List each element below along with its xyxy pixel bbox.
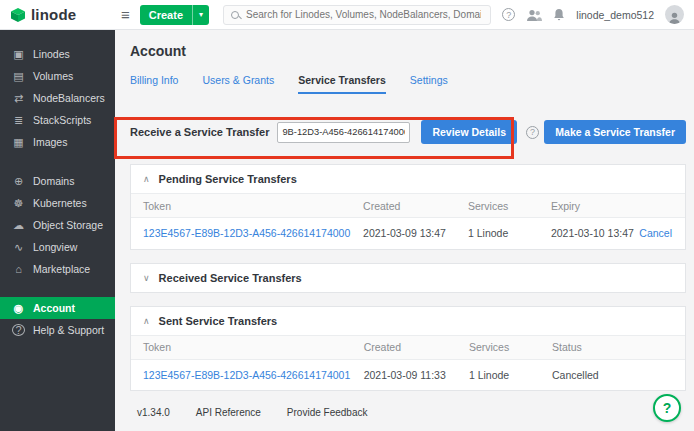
sent-transfers-card: ∧ Sent Service Transfers Token Created S… xyxy=(130,306,686,392)
tab-service-transfers[interactable]: Service Transfers xyxy=(298,74,386,94)
domains-icon: ⊕ xyxy=(12,176,25,187)
chat-help-button[interactable]: ? xyxy=(653,394,681,422)
object-storage-icon: ☁ xyxy=(12,220,25,231)
receive-transfer-bar: Receive a Service Transfer Review Detail… xyxy=(130,119,686,145)
create-button-label: Create xyxy=(140,5,192,25)
nodebalancers-icon: ⇄ xyxy=(12,93,25,104)
tab-billing-info[interactable]: Billing Info xyxy=(130,74,178,94)
chevron-down-icon[interactable]: ∨ xyxy=(143,273,150,283)
table-header-row: Token Created Services Status xyxy=(131,335,685,359)
sidebar-item-linodes[interactable]: ▣ Linodes xyxy=(0,43,115,65)
column-header-services: Services xyxy=(469,335,552,359)
sidebar-item-label: NodeBalancers xyxy=(33,92,105,104)
help-support-icon: ? xyxy=(12,324,25,336)
sent-transfers-table: Token Created Services Status 123E4567-E… xyxy=(131,335,685,391)
sidebar-item-label: StackScripts xyxy=(33,114,91,126)
section-title: Sent Service Transfers xyxy=(159,315,278,327)
sidebar-item-label: Images xyxy=(33,136,67,148)
linode-logo[interactable]: linode xyxy=(0,6,115,23)
sidebar: ▣ Linodes ▤ Volumes ⇄ NodeBalancers ≣ St… xyxy=(0,30,115,431)
sidebar-item-longview[interactable]: ∿ Longview xyxy=(0,236,115,258)
sidebar-item-label: Linodes xyxy=(33,48,70,60)
pending-transfers-header[interactable]: ∧ Pending Service Transfers xyxy=(131,165,685,193)
chevron-up-icon[interactable]: ∧ xyxy=(143,174,150,184)
section-title: Received Service Transfers xyxy=(159,272,302,284)
stackscripts-icon: ≣ xyxy=(12,115,25,126)
page-title: Account xyxy=(130,43,694,59)
logo-text: linode xyxy=(31,6,76,23)
sidebar-item-stackscripts[interactable]: ≣ StackScripts xyxy=(0,109,115,131)
version-label: v1.34.0 xyxy=(137,407,170,418)
sidebar-item-kubernetes[interactable]: ☸ Kubernetes xyxy=(0,192,115,214)
sidebar-group-divider xyxy=(0,280,115,297)
global-search[interactable] xyxy=(223,5,491,25)
token-link[interactable]: 123E4567-E89B-12D3-A456-426614174000 xyxy=(143,227,350,239)
sidebar-item-nodebalancers[interactable]: ⇄ NodeBalancers xyxy=(0,87,115,109)
tab-users-grants[interactable]: Users & Grants xyxy=(202,74,274,94)
review-details-button[interactable]: Review Details xyxy=(421,120,517,144)
sidebar-item-help-support[interactable]: ? Help & Support xyxy=(0,319,115,341)
linode-cloud-manager: linode ≡ Create ▾ ? linode_demo512 xyxy=(0,0,694,431)
sidebar-item-label: Volumes xyxy=(33,70,73,82)
created-cell: 2021-03-09 13:47 xyxy=(363,218,468,249)
marketplace-icon: ⌂ xyxy=(12,264,25,275)
sidebar-item-label: Object Storage xyxy=(33,219,103,231)
receive-transfer-label: Receive a Service Transfer xyxy=(130,126,269,138)
column-header-status: Status xyxy=(552,335,685,359)
section-title: Pending Service Transfers xyxy=(159,173,297,185)
username[interactable]: linode_demo512 xyxy=(576,9,654,21)
main-content: Account Billing Info Users & Grants Serv… xyxy=(115,30,694,431)
notifications-bell-icon[interactable] xyxy=(553,8,565,21)
column-header-created: Created xyxy=(364,335,469,359)
chevron-up-icon[interactable]: ∧ xyxy=(143,316,150,326)
services-cell: 1 Linode xyxy=(468,218,551,249)
hamburger-menu-icon[interactable]: ≡ xyxy=(121,7,130,22)
footer: v1.34.0 API Reference Provide Feedback xyxy=(137,407,694,418)
community-icon[interactable] xyxy=(526,9,542,21)
transfer-help-icon[interactable]: ? xyxy=(526,126,539,139)
column-header-services: Services xyxy=(468,194,551,218)
cancel-link[interactable]: Cancel xyxy=(639,227,672,239)
help-icon[interactable]: ? xyxy=(502,8,515,21)
api-reference-link[interactable]: API Reference xyxy=(196,407,261,418)
sidebar-item-label: Domains xyxy=(33,175,74,187)
tab-bar: Billing Info Users & Grants Service Tran… xyxy=(130,74,694,94)
token-link[interactable]: 123E4567-E89B-12D3-A456-426614174001 xyxy=(143,369,350,381)
column-header-actions xyxy=(639,194,685,218)
account-icon: ◉ xyxy=(12,303,25,314)
table-row: 123E4567-E89B-12D3-A456-426614174001 202… xyxy=(131,359,685,390)
received-transfers-card: ∨ Received Service Transfers xyxy=(130,263,686,293)
sidebar-item-images[interactable]: ▦ Images xyxy=(0,131,115,153)
volumes-icon: ▤ xyxy=(12,71,25,82)
status-cell: Cancelled xyxy=(552,359,685,390)
topbar-right: ? linode_demo512 xyxy=(502,5,694,24)
make-service-transfer-button[interactable]: Make a Service Transfer xyxy=(544,120,686,144)
search-input[interactable] xyxy=(244,8,483,21)
column-header-token: Token xyxy=(131,194,363,218)
tab-settings[interactable]: Settings xyxy=(410,74,448,94)
chevron-down-icon: ▾ xyxy=(192,5,209,25)
column-header-created: Created xyxy=(363,194,468,218)
linodes-icon: ▣ xyxy=(12,49,25,60)
sidebar-item-label: Kubernetes xyxy=(33,197,87,209)
sidebar-item-marketplace[interactable]: ⌂ Marketplace xyxy=(0,258,115,280)
sidebar-item-label: Help & Support xyxy=(33,324,104,336)
sidebar-item-object-storage[interactable]: ☁ Object Storage xyxy=(0,214,115,236)
images-icon: ▦ xyxy=(12,137,25,148)
transfer-token-input[interactable] xyxy=(277,122,410,143)
received-transfers-header[interactable]: ∨ Received Service Transfers xyxy=(131,264,685,292)
sidebar-item-volumes[interactable]: ▤ Volumes xyxy=(0,65,115,87)
sidebar-item-label: Marketplace xyxy=(33,263,90,275)
sidebar-item-account[interactable]: ◉ Account xyxy=(0,297,115,319)
table-header-row: Token Created Services Expiry xyxy=(131,194,685,218)
avatar[interactable] xyxy=(665,5,684,24)
created-cell: 2021-03-09 11:33 xyxy=(364,359,469,390)
create-button[interactable]: Create ▾ xyxy=(140,5,209,25)
table-row: 123E4567-E89B-12D3-A456-426614174000 202… xyxy=(131,218,685,249)
sent-transfers-header[interactable]: ∧ Sent Service Transfers xyxy=(131,307,685,335)
pending-transfers-table: Token Created Services Expiry 123E4567-E… xyxy=(131,193,685,249)
sidebar-item-domains[interactable]: ⊕ Domains xyxy=(0,170,115,192)
sidebar-group-divider xyxy=(0,153,115,170)
provide-feedback-link[interactable]: Provide Feedback xyxy=(287,407,368,418)
linode-logo-icon xyxy=(10,7,26,23)
